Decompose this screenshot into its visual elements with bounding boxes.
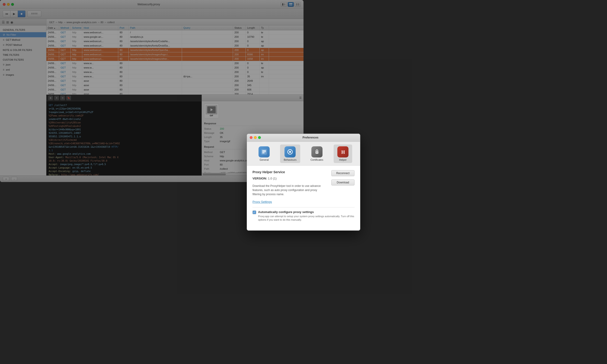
pref-max-btn[interactable]: [258, 136, 261, 139]
svg-rect-11: [262, 153, 264, 153]
pref-title: Preferences: [264, 136, 304, 139]
behaviours-tab-label: Behaviours: [284, 158, 297, 161]
pref-tab-behaviours[interactable]: Behaviours: [280, 144, 300, 163]
pref-min-btn[interactable]: [254, 136, 257, 139]
general-svg-icon: [261, 149, 267, 155]
pref-content-wrapper: Proxy Helper Service VERSION: 1.0 (1) Do…: [252, 170, 304, 182]
pref-titlebar: Preferences: [247, 134, 304, 142]
pref-close-btn[interactable]: [250, 136, 252, 139]
pref-toolbar: General Behaviours: [247, 142, 304, 166]
svg-point-13: [289, 151, 291, 153]
version-value: 1.0 (1): [268, 177, 276, 180]
preferences-window: Preferences General: [247, 134, 304, 182]
general-tab-label: General: [260, 158, 269, 161]
modal-overlay[interactable]: Preferences General: [0, 0, 304, 182]
pref-section-title: Proxy Helper Service: [252, 170, 304, 174]
behaviours-svg-icon: [287, 149, 293, 155]
pref-version: VERSION: 1.0 (1): [252, 177, 304, 180]
version-label: VERSION:: [252, 177, 267, 180]
behaviours-icon: [285, 146, 296, 157]
pref-tab-general[interactable]: General: [255, 144, 273, 163]
svg-rect-10: [262, 151, 266, 152]
pref-traffic-lights: [250, 136, 261, 139]
svg-rect-9: [262, 150, 266, 151]
pref-content: Proxy Helper Service VERSION: 1.0 (1) Do…: [247, 166, 304, 182]
general-icon: [259, 146, 270, 157]
